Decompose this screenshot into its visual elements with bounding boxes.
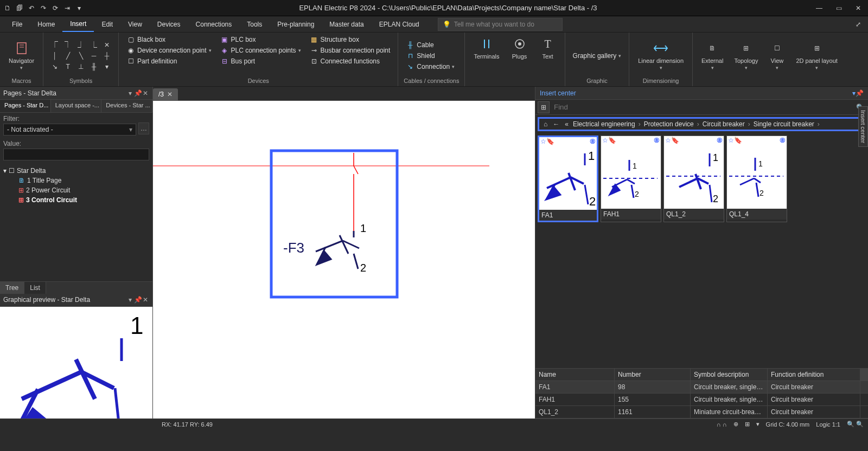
menu-view[interactable]: View	[120, 17, 150, 31]
drawing-canvas[interactable]: -F3 1 2	[153, 101, 535, 418]
preview-pin-icon[interactable]: 📌	[134, 296, 142, 304]
symbol-card-ql12[interactable]: ☆🔖⑧ 12 QL1_2	[663, 136, 724, 222]
symbol-card-fah1[interactable]: ☆🔖⑧ 12 FAH1	[601, 136, 661, 222]
doc-tab-close-icon[interactable]: ✕	[167, 91, 173, 98]
status-grid-dropdown[interactable]: ▾	[756, 421, 760, 428]
table-row[interactable]: QL1_2 1161 Miniature circuit-breake... C…	[535, 406, 868, 418]
tree-tab[interactable]: Tree	[0, 282, 24, 294]
col-func[interactable]: Function definition	[768, 369, 860, 381]
qat-forward[interactable]: ⇥	[62, 3, 73, 14]
menu-insert[interactable]: Insert	[62, 17, 94, 32]
status-zoom-icon[interactable]: 🔍 🔍	[847, 421, 864, 428]
devices-group-label: Devices	[124, 76, 392, 85]
navigator-button[interactable]: Navigator▾	[5, 39, 37, 72]
maximize-button[interactable]: ▭	[831, 3, 846, 14]
table-row[interactable]: FAH1 155 Circuit breaker, single-p... Ci…	[535, 394, 868, 406]
minimize-button[interactable]: —	[812, 3, 827, 14]
insert-center-side-tab[interactable]: Insert center	[858, 106, 868, 147]
menu-masterdata[interactable]: Master data	[322, 17, 371, 31]
insert-pin-icon[interactable]: 📌	[856, 89, 864, 97]
doc-tab[interactable]: /3 ✕	[153, 88, 178, 100]
qat-undo[interactable]: ↶	[26, 3, 37, 14]
linear-dimension-button[interactable]: Linear dimension▾	[635, 39, 687, 72]
text-button[interactable]: TText	[537, 35, 559, 61]
status-grid-icon[interactable]: ⊞	[745, 421, 750, 428]
qat-open[interactable]: 🗐	[14, 3, 25, 14]
tree-item-1[interactable]: 🗎1 Title Page	[18, 176, 149, 185]
qat-new[interactable]: 🗋	[2, 3, 13, 14]
devconn-button[interactable]: ◉Device connection point▾	[124, 46, 213, 55]
filter-more-button[interactable]: …	[138, 123, 149, 134]
qat-refresh[interactable]: ⟳	[50, 3, 61, 14]
col-number[interactable]: Number	[615, 369, 691, 381]
tree-item-2[interactable]: ⊞2 Power Circuit	[18, 185, 149, 195]
breadcrumb-back-icon[interactable]: ←	[552, 120, 560, 128]
topology-button[interactable]: ⊞Topology▾	[731, 39, 761, 72]
qat-redo[interactable]: ↷	[38, 3, 49, 14]
list-tab[interactable]: List	[24, 282, 46, 294]
pages-panel-header: Pages - Star Delta ▾ 📌 ✕	[0, 87, 152, 100]
close-button[interactable]: ✕	[851, 3, 866, 14]
graphic-gallery-button[interactable]: Graphic gallery ▾	[571, 51, 624, 60]
blackbox-button[interactable]: ▢Black box	[124, 35, 213, 44]
plcbox-button[interactable]: ▣PLC box	[218, 35, 303, 44]
find-input[interactable]	[552, 101, 852, 113]
value-input[interactable]	[3, 149, 149, 160]
breadcrumb-home-icon[interactable]: ⌂	[542, 120, 548, 128]
find-mode-icon[interactable]: ⊞	[538, 101, 550, 113]
connfunc-button[interactable]: ⊡Connected functions	[308, 56, 393, 66]
external-button[interactable]: 🗎External▾	[698, 39, 726, 72]
menu-home[interactable]: Home	[30, 17, 62, 31]
partdef-button[interactable]: ☐Part definition	[124, 56, 213, 66]
panel-pin-icon[interactable]: 📌	[134, 89, 142, 97]
shield-button[interactable]: ⊓Shield	[404, 51, 457, 61]
menu-file[interactable]: File	[4, 17, 30, 31]
tab-layout[interactable]: Layout space -...	[51, 100, 102, 112]
col-name[interactable]: Name	[535, 369, 615, 381]
plcconn-button[interactable]: ◈PLC connection points▾	[218, 46, 303, 55]
lightbulb-icon: 💡	[443, 21, 451, 28]
cable-button[interactable]: ╫Cable	[404, 40, 457, 50]
symbol-card-fa1[interactable]: ☆🔖⑧ 12 FA1	[538, 136, 598, 222]
tellme-search[interactable]: 💡 Tell me what you want to do	[438, 18, 563, 31]
connection-button[interactable]: ↘Connection▾	[404, 62, 457, 72]
insert-table: Name Number Symbol description Function …	[535, 368, 868, 418]
col-desc[interactable]: Symbol description	[691, 369, 768, 381]
menu-devices[interactable]: Devices	[150, 17, 188, 31]
menu-eplancloud[interactable]: EPLAN Cloud	[372, 17, 427, 31]
busport-button[interactable]: ⊟Bus port	[218, 56, 303, 66]
table-row[interactable]: FA1 98 Circuit breaker, single-p... Circ…	[535, 381, 868, 394]
view-button[interactable]: ☐View▾	[765, 39, 788, 72]
qat-dropdown[interactable]: ▾	[74, 3, 85, 14]
menu-preplanning[interactable]: Pre-planning	[270, 17, 322, 31]
filter-select[interactable]: - Not activated -▾	[3, 124, 136, 136]
tree-item-3[interactable]: ⊞3 Control Circuit	[18, 195, 149, 205]
tab-devices[interactable]: Devices - Star ...	[101, 100, 152, 112]
svg-text:2: 2	[635, 190, 639, 198]
ribbon-collapse-icon[interactable]: ⤢	[853, 21, 864, 28]
pages-tree[interactable]: ▾☐Star Delta 🗎1 Title Page ⊞2 Power Circ…	[0, 163, 152, 281]
svg-line-46	[631, 185, 634, 198]
preview-dropdown-icon[interactable]: ▾	[126, 296, 134, 304]
panel-dropdown-icon[interactable]: ▾	[126, 89, 134, 97]
symbol-card-ql14[interactable]: ☆🔖⑧ 12 QL1_4	[726, 136, 787, 222]
tab-pages[interactable]: Pages - Star D...	[0, 100, 51, 112]
menu-tools[interactable]: Tools	[239, 17, 270, 31]
menu-edit[interactable]: Edit	[94, 17, 120, 31]
canvas-area: /3 ✕ -F3 1	[153, 87, 535, 418]
structurebox-button[interactable]: ▦Structure box	[308, 35, 393, 44]
busbar-button[interactable]: ⊸Busbar connection point	[308, 46, 393, 55]
panel-close-icon[interactable]: ✕	[142, 89, 149, 97]
table-scrollbar[interactable]	[860, 369, 868, 381]
tree-root[interactable]: ▾☐Star Delta	[3, 166, 149, 176]
preview-close-icon[interactable]: ✕	[142, 296, 149, 304]
status-logic: Logic 1:1	[816, 421, 840, 428]
status-snap-icon[interactable]: ∩ ∩	[717, 421, 727, 428]
status-target-icon[interactable]: ⊕	[733, 421, 738, 428]
breadcrumb-collapse-icon[interactable]: «	[564, 120, 570, 128]
menu-connections[interactable]: Connections	[188, 17, 240, 31]
terminals-button[interactable]: Terminals	[470, 35, 502, 61]
panel2d-button[interactable]: ⊞2D panel layout▾	[793, 39, 840, 72]
plugs-button[interactable]: Plugs	[508, 35, 531, 61]
symbols-gallery[interactable]: ⎾⏋⏌⎿✕ │╱╲─┼ ↘T⊥╫▾	[49, 40, 113, 72]
